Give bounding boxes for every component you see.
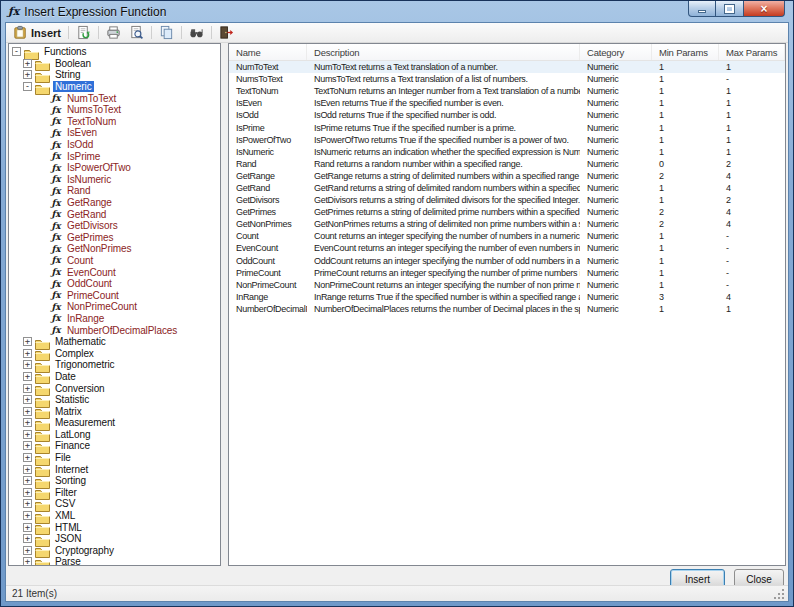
table-row-count[interactable]: CountCount returns an integer specifying… — [229, 230, 785, 242]
tree-item-trigonometric[interactable]: +Trigonometric — [9, 359, 220, 371]
insert-toolbar-button[interactable]: Insert — [9, 23, 65, 42]
table-row-texttonum[interactable]: TextToNumTextToNum returns an Integer nu… — [229, 85, 785, 97]
tree-item-csv[interactable]: +CSV — [9, 498, 220, 510]
expand-icon[interactable]: + — [23, 384, 32, 393]
tree-item-statistic[interactable]: +Statistic — [9, 394, 220, 406]
expand-icon[interactable]: + — [23, 523, 32, 532]
tree-item-isodd[interactable]: ƒxIsOdd — [9, 139, 220, 151]
table-row-getprimes[interactable]: GetPrimesGetPrimes returns a string of d… — [229, 206, 785, 218]
table-row-numstotext[interactable]: NumsToTextNumsToText returns a Text tran… — [229, 73, 785, 85]
table-row-isprime[interactable]: IsPrimeIsPrime returns True if the speci… — [229, 121, 785, 133]
copy-button[interactable] — [155, 23, 178, 42]
tree-item-sorting[interactable]: +Sorting — [9, 475, 220, 487]
title-bar[interactable]: ƒx Insert Expression Function × — [1, 1, 793, 22]
tree-item-boolean[interactable]: +Boolean — [9, 58, 220, 70]
tree-item-nonprimecount[interactable]: ƒxNonPrimeCount — [9, 301, 220, 313]
tree-item-json[interactable]: +JSON — [9, 533, 220, 545]
expand-icon[interactable]: + — [23, 59, 32, 68]
expand-icon[interactable]: + — [23, 453, 32, 462]
tree-item-getrange[interactable]: ƒxGetRange — [9, 197, 220, 209]
table-row-ispoweroftwo[interactable]: IsPowerOfTwoIsPowerOfTwo returns True if… — [229, 134, 785, 146]
tree-item-oddcount[interactable]: ƒxOddCount — [9, 278, 220, 290]
tree-item-internet[interactable]: +Internet — [9, 463, 220, 475]
tree-item-complex[interactable]: +Complex — [9, 347, 220, 359]
tree-item-getprimes[interactable]: ƒxGetPrimes — [9, 232, 220, 244]
tree-item-html[interactable]: +HTML — [9, 521, 220, 533]
tree-item-ispoweroftwo[interactable]: ƒxIsPowerOfTwo — [9, 162, 220, 174]
close-window-button[interactable]: × — [743, 1, 785, 17]
collapse-icon[interactable]: - — [23, 82, 32, 91]
table-row-oddcount[interactable]: OddCountOddCount returns an integer spec… — [229, 255, 785, 267]
expand-icon[interactable]: + — [23, 430, 32, 439]
table-row-getnonprimes[interactable]: GetNonPrimesGetNonPrimes returns a strin… — [229, 218, 785, 230]
table-row-primecount[interactable]: PrimeCountPrimeCount returns an integer … — [229, 267, 785, 279]
expand-icon[interactable]: + — [23, 372, 32, 381]
expand-icon[interactable]: + — [23, 511, 32, 520]
tree-item-string[interactable]: +String — [9, 69, 220, 81]
table-row-numtotext[interactable]: NumToTextNumToText returns a Text transl… — [229, 61, 785, 73]
tree-item-parse[interactable]: +Parse — [9, 556, 220, 566]
expand-icon[interactable]: + — [23, 337, 32, 346]
print-preview-button[interactable] — [125, 23, 148, 42]
tree-item-cryptography[interactable]: +Cryptography — [9, 545, 220, 557]
tree-item-evencount[interactable]: ƒxEvenCount — [9, 266, 220, 278]
tree-item-numeric[interactable]: -Numeric — [9, 81, 220, 93]
table-row-isodd[interactable]: IsOddIsOdd returns True if the specified… — [229, 109, 785, 121]
table-row-numberofdecimalpla-[interactable]: NumberOfDecimalPla...NumberOfDecimalPlac… — [229, 303, 785, 315]
refresh-document-button[interactable] — [72, 23, 95, 42]
column-header-max-params[interactable]: Max Params — [719, 44, 785, 60]
expand-icon[interactable]: + — [23, 546, 32, 555]
expand-icon[interactable]: + — [23, 441, 32, 450]
expand-icon[interactable]: + — [23, 488, 32, 497]
expand-icon[interactable]: + — [23, 349, 32, 358]
tree-item-getdivisors[interactable]: ƒxGetDivisors — [9, 220, 220, 232]
table-row-rand[interactable]: RandRand returns a random number within … — [229, 158, 785, 170]
tree-item-functions[interactable]: -Functions — [9, 46, 220, 58]
table-row-getdivisors[interactable]: GetDivisorsGetDivisors returns a string … — [229, 194, 785, 206]
tree-item-measurement[interactable]: +Measurement — [9, 417, 220, 429]
tree-item-finance[interactable]: +Finance — [9, 440, 220, 452]
column-header-category[interactable]: Category — [580, 44, 652, 60]
table-row-getrange[interactable]: GetRangeGetRange returns a string of del… — [229, 170, 785, 182]
expand-icon[interactable]: + — [23, 476, 32, 485]
column-header-name[interactable]: Name — [229, 44, 307, 60]
expand-icon[interactable]: + — [23, 534, 32, 543]
column-header-min-params[interactable]: Min Params — [652, 44, 719, 60]
table-row-evencount[interactable]: EvenCountEvenCount returns an integer sp… — [229, 242, 785, 254]
print-button[interactable] — [102, 23, 125, 42]
column-header-description[interactable]: Description — [307, 44, 580, 60]
tree-item-file[interactable]: +File — [9, 452, 220, 464]
tree-item-primecount[interactable]: ƒxPrimeCount — [9, 289, 220, 301]
exit-button[interactable] — [215, 23, 238, 42]
tree-item-matrix[interactable]: +Matrix — [9, 405, 220, 417]
tree-item-rand[interactable]: ƒxRand — [9, 185, 220, 197]
expand-icon[interactable]: + — [23, 557, 32, 566]
tree-item-getrand[interactable]: ƒxGetRand — [9, 208, 220, 220]
tree-item-texttonum[interactable]: ƒxTextToNum — [9, 116, 220, 128]
tree-item-isnumeric[interactable]: ƒxIsNumeric — [9, 174, 220, 186]
tree-item-mathematic[interactable]: +Mathematic — [9, 336, 220, 348]
tree-item-conversion[interactable]: +Conversion — [9, 382, 220, 394]
tree-item-getnonprimes[interactable]: ƒxGetNonPrimes — [9, 243, 220, 255]
expand-icon[interactable]: + — [23, 70, 32, 79]
tree-item-latlong[interactable]: +LatLong — [9, 429, 220, 441]
expand-icon[interactable]: + — [23, 360, 32, 369]
find-button[interactable] — [185, 23, 208, 42]
tree-item-count[interactable]: ƒxCount — [9, 255, 220, 267]
table-row-nonprimecount[interactable]: NonPrimeCountNonPrimeCount returns an in… — [229, 279, 785, 291]
tree-item-iseven[interactable]: ƒxIsEven — [9, 127, 220, 139]
table-row-getrand[interactable]: GetRandGetRand returns a string of delim… — [229, 182, 785, 194]
collapse-icon[interactable]: - — [12, 47, 21, 56]
table-row-inrange[interactable]: InRangeInRange returns True if the speci… — [229, 291, 785, 303]
expand-icon[interactable]: + — [23, 465, 32, 474]
tree-item-inrange[interactable]: ƒxInRange — [9, 313, 220, 325]
resize-grip[interactable] — [774, 587, 786, 599]
maximize-button[interactable] — [716, 1, 743, 17]
expand-icon[interactable]: + — [23, 499, 32, 508]
tree-item-filter[interactable]: +Filter — [9, 487, 220, 499]
table-row-iseven[interactable]: IsEvenIsEven returns True if the specifi… — [229, 97, 785, 109]
expand-icon[interactable]: + — [23, 407, 32, 416]
expand-icon[interactable]: + — [23, 395, 32, 404]
expand-icon[interactable]: + — [23, 418, 32, 427]
tree-item-numberofdecimalplaces[interactable]: ƒxNumberOfDecimalPlaces — [9, 324, 220, 336]
